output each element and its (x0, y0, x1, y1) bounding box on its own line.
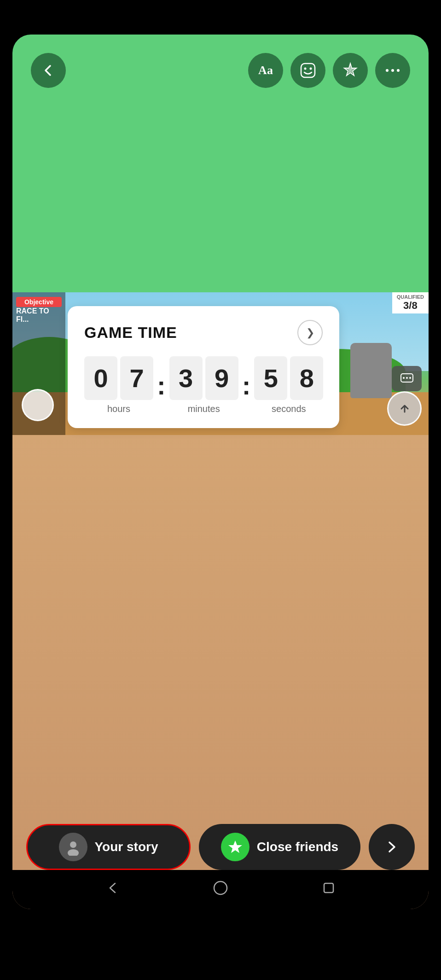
text-tool-button[interactable]: Aa (248, 53, 283, 88)
bottom-bar: Your story Close friends (12, 824, 429, 870)
joystick[interactable] (22, 389, 54, 421)
minutes-label: minutes (188, 404, 220, 414)
next-button[interactable]: ❯ (297, 320, 323, 345)
hours-digit-2: 7 (120, 356, 153, 400)
story-avatar (59, 833, 87, 861)
close-friends-icon (221, 833, 250, 861)
up-button[interactable] (387, 391, 422, 426)
time-display: 0 7 hours : 3 9 minutes : 5 8 (84, 356, 323, 414)
svg-point-10 (70, 841, 76, 848)
colon-1: : (157, 371, 166, 414)
minutes-group: 3 9 minutes (169, 356, 238, 414)
game-time-widget: GAME TIME ❯ 0 7 hours : 3 9 minu (68, 306, 339, 428)
more-arrow-button[interactable] (369, 824, 415, 870)
svg-point-9 (409, 377, 411, 379)
seconds-digit-2: 8 (290, 356, 323, 400)
toolbar-left (31, 53, 66, 88)
effects-button[interactable] (333, 53, 368, 88)
objective-badge: Objective (16, 297, 62, 307)
minutes-digit-1: 3 (169, 356, 203, 400)
qualified-badge: QUALIFIED 3/8 (392, 292, 429, 313)
svg-point-3 (386, 69, 389, 72)
close-friends-label: Close friends (257, 840, 338, 854)
svg-rect-14 (324, 883, 333, 893)
colon-2: : (242, 371, 251, 414)
race-text: RACE TO FI... (16, 307, 62, 324)
toolbar-right: Aa (248, 53, 410, 88)
sticker-button[interactable] (290, 53, 325, 88)
widget-title: GAME TIME (84, 324, 177, 342)
seconds-digit-1: 5 (254, 356, 287, 400)
widget-header: GAME TIME ❯ (84, 320, 323, 345)
svg-point-5 (397, 69, 400, 72)
svg-point-2 (310, 68, 312, 70)
hours-digit-1: 0 (84, 356, 117, 400)
hours-label: hours (107, 404, 130, 414)
svg-point-4 (391, 69, 394, 72)
back-button[interactable] (31, 53, 66, 88)
android-back-button[interactable] (105, 881, 120, 899)
seconds-group: 5 8 seconds (254, 356, 323, 414)
svg-marker-12 (228, 841, 242, 853)
svg-point-13 (214, 881, 227, 894)
hours-group: 0 7 hours (84, 356, 153, 414)
svg-point-11 (68, 849, 79, 856)
android-nav-bar (12, 870, 429, 909)
game-rock (350, 343, 392, 398)
svg-point-1 (304, 68, 307, 70)
seconds-label: seconds (272, 404, 306, 414)
chat-button[interactable] (392, 366, 422, 391)
your-story-button[interactable]: Your story (26, 824, 191, 870)
svg-point-8 (406, 377, 408, 379)
toolbar: Aa (12, 53, 429, 88)
more-options-button[interactable] (375, 53, 410, 88)
svg-rect-0 (301, 64, 315, 77)
android-recent-button[interactable] (321, 881, 336, 899)
android-home-button[interactable] (212, 880, 229, 900)
close-friends-button[interactable]: Close friends (199, 824, 360, 870)
minutes-digit-2: 9 (205, 356, 238, 400)
your-story-label: Your story (95, 840, 158, 854)
svg-point-7 (403, 377, 405, 379)
